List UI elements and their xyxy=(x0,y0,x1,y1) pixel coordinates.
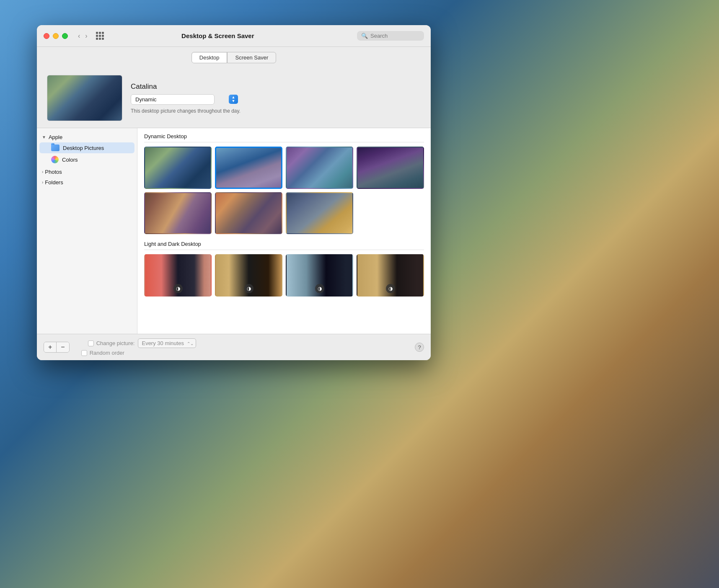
traffic-lights xyxy=(44,33,68,39)
controls-lower: Change picture: Every 30 minutes Every 5… xyxy=(81,338,197,356)
wallpaper-thumb-ld1[interactable]: ◑ xyxy=(144,254,212,297)
tab-bar: Desktop Screen Saver xyxy=(37,47,431,68)
random-order-label[interactable]: Random order xyxy=(81,350,124,356)
light-dark-icon-2: ◑ xyxy=(244,284,253,293)
change-picture-row: Change picture: Every 30 minutes Every 5… xyxy=(88,338,197,348)
wallpaper-thumb-6[interactable] xyxy=(215,192,282,235)
wallpaper-thumb-2[interactable] xyxy=(215,147,282,189)
sidebar-item-colors[interactable]: Colors xyxy=(39,154,134,165)
dynamic-desktop-grid xyxy=(144,147,424,234)
wallpaper-thumb-3[interactable] xyxy=(286,147,353,189)
wallpaper-name: Catalina xyxy=(131,83,241,91)
minimize-button[interactable] xyxy=(53,33,59,39)
folders-chevron-icon: › xyxy=(42,180,43,185)
apple-chevron-icon: ▼ xyxy=(42,135,46,139)
wallpaper-grid-container: Dynamic Desktop Light and Dark Desktop ◑ xyxy=(137,128,431,334)
wallpaper-thumb-7[interactable] xyxy=(286,192,353,235)
titlebar: ‹ › Desktop & Screen Saver 🔍 xyxy=(37,25,431,47)
preview-area: Catalina Dynamic Light (Still) Dark (Sti… xyxy=(37,68,431,128)
preview-description: This desktop picture changes throughout … xyxy=(131,108,241,114)
light-dark-icon-4: ◑ xyxy=(386,284,395,293)
colors-label: Colors xyxy=(62,157,78,163)
wallpaper-thumb-ld3[interactable]: ◑ xyxy=(286,254,353,297)
interval-select-wrapper: Every 30 minutes Every 5 minutes Every h… xyxy=(138,338,196,348)
dynamic-dropdown[interactable]: Dynamic Light (Still) Dark (Still) xyxy=(131,94,215,105)
preferences-window: ‹ › Desktop & Screen Saver 🔍 Desktop Scr… xyxy=(37,25,431,360)
bottom-panel: ▼ Apple Desktop Pictures Colors › Photos xyxy=(37,128,431,334)
apple-group-header[interactable]: ▼ Apple xyxy=(37,132,137,142)
photos-label: Photos xyxy=(45,169,62,175)
interval-select[interactable]: Every 30 minutes Every 5 minutes Every h… xyxy=(138,338,196,348)
preview-info: Catalina Dynamic Light (Still) Dark (Sti… xyxy=(131,83,241,114)
light-dark-title: Light and Dark Desktop xyxy=(144,241,424,250)
search-bar[interactable]: 🔍 xyxy=(357,31,424,41)
random-order-checkbox[interactable] xyxy=(81,350,87,356)
apple-section: ▼ Apple Desktop Pictures Colors xyxy=(37,132,137,167)
colors-icon xyxy=(51,156,59,163)
search-icon: 🔍 xyxy=(361,33,368,39)
wallpaper-thumb-ld4[interactable]: ◑ xyxy=(357,254,424,297)
wallpaper-thumb-4[interactable] xyxy=(357,147,424,189)
main-content: Catalina Dynamic Light (Still) Dark (Sti… xyxy=(37,68,431,360)
dropdown-arrows-icon: ▲ ▼ xyxy=(229,95,238,104)
change-picture-label[interactable]: Change picture: xyxy=(88,340,135,346)
maximize-button[interactable] xyxy=(62,33,68,39)
window-title: Desktop & Screen Saver xyxy=(84,32,352,39)
tab-desktop[interactable]: Desktop xyxy=(191,52,228,63)
wallpaper-thumb-ld2[interactable]: ◑ xyxy=(215,254,282,297)
wallpaper-thumb-5[interactable] xyxy=(144,192,212,235)
apple-group-label: Apple xyxy=(49,134,62,140)
folder-icon xyxy=(51,144,59,151)
dynamic-desktop-title: Dynamic Desktop xyxy=(144,133,424,142)
tab-screensaver[interactable]: Screen Saver xyxy=(227,52,276,63)
help-button[interactable]: ? xyxy=(415,343,424,352)
light-dark-icon-3: ◑ xyxy=(315,284,324,293)
dropdown-container: Dynamic Light (Still) Dark (Still) ▲ ▼ xyxy=(131,94,241,105)
bottom-controls: + − Change picture: Every 30 minutes Eve… xyxy=(37,334,431,360)
desktop-pictures-label: Desktop Pictures xyxy=(63,145,104,151)
photos-chevron-icon: › xyxy=(42,170,43,174)
sidebar-item-desktop-pictures[interactable]: Desktop Pictures xyxy=(39,142,134,153)
add-button[interactable]: + xyxy=(44,342,56,352)
light-dark-grid: ◑ ◑ ◑ ◑ xyxy=(144,254,424,297)
folders-label: Folders xyxy=(45,179,63,186)
folders-group-header[interactable]: › Folders xyxy=(37,177,137,188)
add-remove-buttons: + − xyxy=(44,342,70,353)
wallpaper-thumb-1[interactable] xyxy=(144,147,212,189)
preview-image xyxy=(47,75,122,121)
change-picture-checkbox[interactable] xyxy=(88,340,94,346)
back-button[interactable]: ‹ xyxy=(76,32,82,40)
random-order-row: Random order xyxy=(81,350,197,356)
light-dark-icon-1: ◑ xyxy=(173,284,183,293)
search-input[interactable] xyxy=(370,33,421,39)
random-order-text: Random order xyxy=(90,350,124,356)
close-button[interactable] xyxy=(44,33,49,39)
photos-group-header[interactable]: › Photos xyxy=(37,167,137,177)
change-picture-text: Change picture: xyxy=(96,340,135,346)
remove-button[interactable]: − xyxy=(56,342,69,352)
sidebar: ▼ Apple Desktop Pictures Colors › Photos xyxy=(37,128,137,334)
